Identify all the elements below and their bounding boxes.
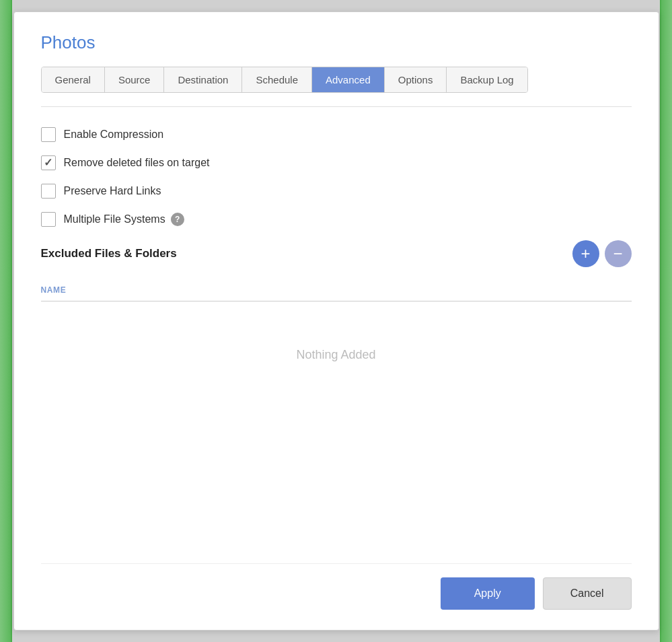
add-excluded-button[interactable]: + (572, 240, 599, 267)
dialog-title: Photos (41, 32, 632, 53)
footer: Apply Cancel (41, 563, 632, 610)
tab-backup-log[interactable]: Backup Log (447, 67, 527, 92)
table-col-name-label: NAME (41, 285, 67, 295)
preserve-hard-links-label: Preserve Hard Links (64, 185, 161, 197)
tab-destination[interactable]: Destination (164, 67, 242, 92)
cancel-button[interactable]: Cancel (543, 577, 632, 610)
excluded-table: NAME Nothing Added (41, 278, 632, 405)
multiple-file-systems-row: Multiple File Systems ? (41, 212, 632, 227)
tab-general[interactable]: General (42, 67, 105, 92)
remove-deleted-label: Remove deleted files on target (64, 157, 210, 169)
tab-divider (41, 106, 632, 107)
preserve-hard-links-checkbox[interactable] (41, 184, 56, 199)
help-icon[interactable]: ? (171, 213, 184, 226)
dialog: Photos General Source Destination Schedu… (13, 11, 659, 631)
preserve-hard-links-row: Preserve Hard Links (41, 184, 632, 199)
excluded-section-header: Excluded Files & Folders + − (41, 240, 632, 267)
green-bar-right (660, 0, 672, 642)
table-empty-message: Nothing Added (41, 304, 632, 405)
multiple-file-systems-checkbox[interactable] (41, 212, 56, 227)
table-header: NAME (41, 278, 632, 301)
checkmark-icon: ✓ (44, 157, 52, 168)
enable-compression-row: Enable Compression (41, 127, 632, 142)
tab-schedule[interactable]: Schedule (242, 67, 312, 92)
apply-button[interactable]: Apply (441, 577, 535, 610)
green-bar-left (0, 0, 12, 642)
tabs-container: General Source Destination Schedule Adva… (41, 67, 528, 93)
tab-options[interactable]: Options (385, 67, 447, 92)
dialog-wrapper: Photos General Source Destination Schedu… (0, 0, 672, 642)
tab-source[interactable]: Source (105, 67, 165, 92)
tab-advanced[interactable]: Advanced (312, 67, 385, 92)
remove-excluded-button[interactable]: − (605, 240, 632, 267)
enable-compression-checkbox[interactable] (41, 127, 56, 142)
enable-compression-label: Enable Compression (64, 129, 164, 141)
remove-deleted-row: ✓ Remove deleted files on target (41, 155, 632, 170)
multiple-file-systems-label: Multiple File Systems (64, 213, 165, 225)
excluded-icon-buttons: + − (572, 240, 632, 267)
content-area: Enable Compression ✓ Remove deleted file… (41, 120, 632, 563)
remove-deleted-checkbox[interactable]: ✓ (41, 155, 56, 170)
excluded-section-title: Excluded Files & Folders (41, 247, 177, 260)
